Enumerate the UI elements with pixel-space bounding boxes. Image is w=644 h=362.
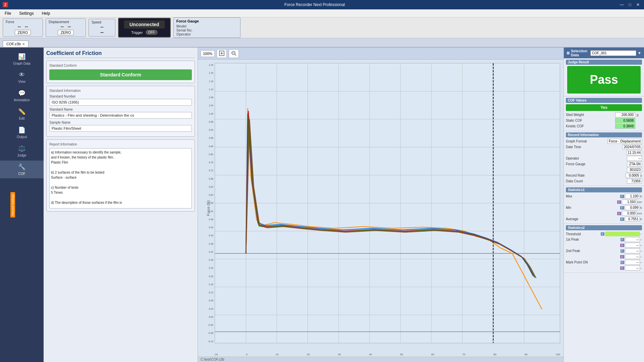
fg-serial-label: Serial No. [176, 28, 200, 32]
sidebar-item-graph-data[interactable]: 📊 Graph Data [0, 50, 44, 68]
kinetic-cof-label: Kinetic COF [566, 124, 614, 128]
sidebar-item-view[interactable]: 👁 View [0, 69, 44, 86]
markpoint-f-value: -- [625, 260, 640, 265]
title-bar: Z Force Recorder Next Professional — □ ✕ [0, 0, 644, 9]
yes-banner: Yes [566, 104, 642, 111]
connect-status: Unconnected [124, 20, 165, 28]
sidebar-label-graph-data: Graph Data [13, 62, 31, 65]
max-f-badge: F [620, 195, 624, 198]
tab-bar: COF.z3b ✕ [0, 38, 644, 48]
dropdown-icon[interactable]: ▼ [638, 51, 641, 55]
markpoint-label: Mark Point ON [566, 260, 621, 264]
cof-values-title: COF Values [566, 98, 642, 103]
min-f-unit: N [640, 206, 642, 209]
speed-label: Speed [92, 20, 101, 24]
average-f-unit: N [640, 218, 642, 221]
judge-result-section: Judge Result Pass [564, 58, 644, 97]
operator-value: -- [627, 156, 642, 161]
max-d-value: 1.593 [622, 199, 637, 204]
sidebar-item-edit[interactable]: ✏️ Edit [0, 105, 44, 123]
graph-format-value: Force - Displacement [607, 139, 642, 144]
tab-cof[interactable]: COF.z3b ✕ [3, 41, 29, 47]
table-icon: ⊞ [567, 51, 570, 55]
stats1-section: Statistics1 Max F 1.100 N D 1.593 mm Min… [564, 186, 644, 224]
rp-header: ⊞ Selection Data ▼ [564, 48, 644, 58]
date-time-label: Date Time [566, 145, 622, 149]
fg-model-label: Model [176, 24, 200, 28]
content-area: Coefficient of Friction Standard Conform… [44, 48, 644, 362]
sled-weight-unit: g [637, 113, 642, 117]
markpoint-d-row: D -- -- [566, 265, 642, 270]
maximize-button[interactable]: □ [627, 2, 633, 7]
sidebar-label-annotation: Annotation [14, 98, 30, 102]
force-val1: -- [18, 24, 21, 29]
minimize-button[interactable]: — [619, 2, 625, 7]
standard-number-input[interactable] [49, 99, 192, 106]
close-button[interactable]: ✕ [635, 2, 641, 7]
selection-data-input[interactable] [590, 50, 636, 56]
output-icon: 📄 [18, 126, 25, 134]
sidebar: 📊 Graph Data 👁 View 💬 Annotation ✏️ Edit… [0, 48, 44, 362]
date-time-row: Date Time 2024/07/05 [566, 144, 642, 149]
force-gauge-info: Force Gauge Model Serial No. Operator [173, 17, 240, 38]
chart-toolbar: 100% [198, 48, 564, 60]
max-d-row: D 1.593 mm [566, 199, 642, 204]
sample-name-input[interactable] [49, 125, 192, 132]
kinetic-cof-row: Kinetic COF 0.3849 [566, 124, 642, 129]
date-time-value: 2024/07/05 [623, 144, 642, 149]
tab-close-icon[interactable]: ✕ [22, 42, 25, 46]
chart-area: 100% Force (N) 1.24 1.20 1.16 1.12 1.08 [198, 48, 564, 362]
pass-banner: Pass [567, 66, 641, 94]
chart-fit-btn[interactable] [217, 49, 227, 58]
max-d-badge: D [617, 200, 622, 204]
time-row: 11:15:44 [566, 150, 642, 155]
zoom-label[interactable]: 100% [201, 50, 215, 57]
chart-zoom-btn[interactable] [229, 49, 239, 58]
sidebar-item-cof[interactable]: 🔧 COF [0, 161, 44, 178]
conform-button[interactable]: Standard Conform [49, 69, 192, 80]
average-row: Average F 0.7551 N [566, 217, 642, 222]
static-cof-label: Static COF [566, 119, 614, 122]
peak1-f-value: -- [625, 237, 640, 242]
record-info-title: Record Information [566, 132, 642, 137]
report-textarea[interactable]: a) Information necessary to identify the… [49, 148, 192, 208]
menu-file[interactable]: File [3, 10, 13, 16]
displacement-zero-button[interactable]: ZERO [58, 30, 74, 35]
chart-container: Force (N) 1.24 1.20 1.16 1.12 1.08 1.04 … [198, 60, 564, 357]
data-count-value: 71956 [627, 179, 642, 184]
max-label: Max [566, 194, 620, 198]
graph-format-label: Graph Format [566, 139, 607, 143]
sidebar-label-cof: COF [18, 172, 25, 176]
peak2-d-badge: D [620, 255, 625, 258]
standard-name-input[interactable] [49, 112, 192, 119]
sidebar-item-annotation[interactable]: 💬 Annotation [0, 87, 44, 105]
trigger-label: Trigger [131, 31, 143, 35]
menu-help[interactable]: Help [40, 10, 52, 16]
sidebar-item-judge[interactable]: ⚖️ Judge [0, 142, 44, 160]
peak2-f-badge: F [621, 249, 625, 253]
peak1-row: 1st Peak F -- -- [566, 237, 642, 242]
displacement-label: Displacement [49, 20, 69, 24]
trigger-toggle[interactable]: OFF [146, 30, 158, 35]
force-label: Force [6, 20, 14, 24]
speed-val2: -- [100, 29, 103, 35]
selection-data-label: Selection Data [571, 49, 589, 57]
standard-number-group: Standard Number [49, 95, 192, 106]
peak2-row: 2nd Peak F -- -- [566, 248, 642, 253]
standard-info-label: Standard Information [49, 89, 192, 93]
peak1-label: 1st Peak [566, 238, 621, 241]
sample-name-label: Sample Name [49, 121, 192, 124]
menu-settings[interactable]: Settings [17, 10, 36, 16]
record-settings-tab[interactable]: Record Settings [10, 192, 15, 218]
sidebar-item-output[interactable]: 📄 Output [0, 124, 44, 141]
standard-name-group: Standard Name [49, 108, 192, 119]
markpoint-f-badge: F [621, 261, 625, 264]
markpoint-d-badge: D [620, 266, 625, 270]
force-zero-button[interactable]: ZERO [15, 30, 31, 35]
report-info-section: Report Information a) Information necess… [46, 139, 195, 212]
stats2-title: Statistics2 [566, 225, 642, 230]
annotation-icon: 💬 [18, 89, 25, 97]
edit-icon: ✏️ [18, 108, 25, 115]
min-d-row: D 0.000 mm [566, 211, 642, 216]
avg-f-badge: F [620, 218, 624, 221]
